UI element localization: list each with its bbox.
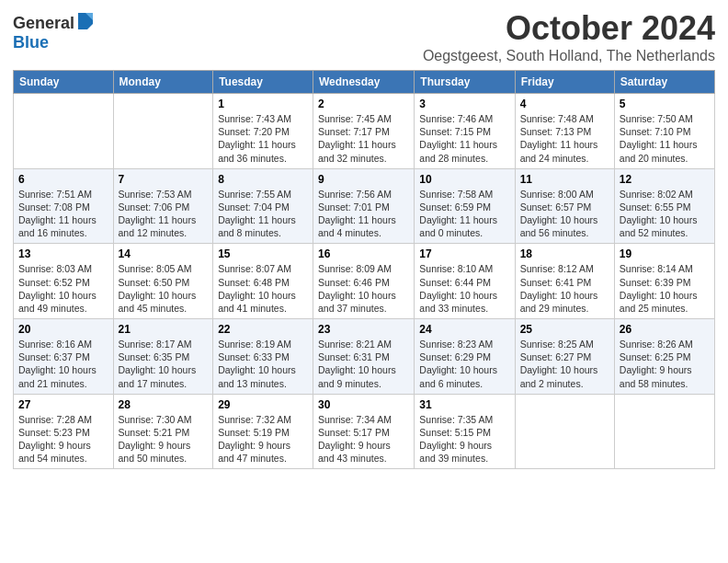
- calendar-cell: [113, 94, 213, 169]
- calendar-cell: 5Sunrise: 7:50 AM Sunset: 7:10 PM Daylig…: [614, 94, 714, 169]
- header-tuesday: Tuesday: [213, 71, 313, 94]
- day-detail: Sunrise: 8:12 AM Sunset: 6:41 PM Dayligh…: [520, 262, 609, 315]
- day-number: 19: [620, 247, 710, 260]
- calendar-cell: 21Sunrise: 8:17 AM Sunset: 6:35 PM Dayli…: [113, 319, 213, 395]
- calendar-cell: 15Sunrise: 8:07 AM Sunset: 6:48 PM Dayli…: [213, 244, 313, 319]
- header-wednesday: Wednesday: [313, 71, 415, 94]
- logo-general: General: [13, 14, 74, 33]
- day-number: 13: [18, 247, 108, 260]
- day-number: 26: [620, 323, 710, 336]
- day-number: 30: [318, 398, 409, 411]
- day-number: 7: [119, 173, 209, 186]
- day-detail: Sunrise: 7:48 AM Sunset: 7:13 PM Dayligh…: [520, 112, 609, 165]
- day-number: 11: [520, 173, 609, 186]
- header-friday: Friday: [515, 71, 614, 94]
- calendar-subtitle: Oegstgeest, South Holland, The Netherlan…: [423, 48, 715, 64]
- logo-blue: Blue: [13, 33, 49, 52]
- calendar-cell: 7Sunrise: 7:53 AM Sunset: 7:06 PM Daylig…: [113, 168, 213, 244]
- day-number: 1: [218, 98, 308, 110]
- page: General Blue October 2024 Oegstgeest, So…: [0, 0, 728, 478]
- day-detail: Sunrise: 7:53 AM Sunset: 7:06 PM Dayligh…: [119, 188, 209, 240]
- calendar-cell: 17Sunrise: 8:10 AM Sunset: 6:44 PM Dayli…: [415, 244, 515, 319]
- logo: General Blue: [13, 13, 93, 52]
- calendar-cell: 6Sunrise: 7:51 AM Sunset: 7:08 PM Daylig…: [14, 168, 114, 244]
- day-detail: Sunrise: 7:58 AM Sunset: 6:59 PM Dayligh…: [419, 188, 509, 240]
- calendar-cell: 25Sunrise: 8:25 AM Sunset: 6:27 PM Dayli…: [515, 319, 614, 395]
- day-number: 15: [218, 247, 308, 260]
- week-row-1: 1Sunrise: 7:43 AM Sunset: 7:20 PM Daylig…: [14, 94, 715, 169]
- day-detail: Sunrise: 8:26 AM Sunset: 6:25 PM Dayligh…: [620, 338, 710, 390]
- day-detail: Sunrise: 7:34 AM Sunset: 5:17 PM Dayligh…: [318, 413, 409, 465]
- calendar-cell: 1Sunrise: 7:43 AM Sunset: 7:20 PM Daylig…: [213, 94, 313, 169]
- day-number: 21: [119, 323, 209, 336]
- week-row-3: 13Sunrise: 8:03 AM Sunset: 6:52 PM Dayli…: [14, 244, 715, 319]
- day-detail: Sunrise: 7:55 AM Sunset: 7:04 PM Dayligh…: [218, 188, 308, 240]
- calendar-cell: [14, 94, 114, 169]
- day-detail: Sunrise: 8:02 AM Sunset: 6:55 PM Dayligh…: [620, 188, 710, 240]
- day-number: 6: [18, 173, 108, 186]
- day-detail: Sunrise: 7:51 AM Sunset: 7:08 PM Dayligh…: [18, 188, 108, 240]
- day-detail: Sunrise: 8:23 AM Sunset: 6:29 PM Dayligh…: [419, 338, 509, 390]
- calendar-cell: 18Sunrise: 8:12 AM Sunset: 6:41 PM Dayli…: [515, 244, 614, 319]
- calendar-cell: 12Sunrise: 8:02 AM Sunset: 6:55 PM Dayli…: [614, 168, 714, 244]
- calendar-table: Sunday Monday Tuesday Wednesday Thursday…: [13, 70, 715, 469]
- day-detail: Sunrise: 7:50 AM Sunset: 7:10 PM Dayligh…: [620, 112, 710, 165]
- day-detail: Sunrise: 7:35 AM Sunset: 5:15 PM Dayligh…: [419, 413, 509, 465]
- day-number: 17: [419, 247, 509, 260]
- calendar-cell: 27Sunrise: 7:28 AM Sunset: 5:23 PM Dayli…: [14, 394, 114, 469]
- calendar-cell: 23Sunrise: 8:21 AM Sunset: 6:31 PM Dayli…: [313, 319, 415, 395]
- day-number: 23: [318, 323, 409, 336]
- calendar-cell: 29Sunrise: 7:32 AM Sunset: 5:19 PM Dayli…: [213, 394, 313, 469]
- calendar-cell: 3Sunrise: 7:46 AM Sunset: 7:15 PM Daylig…: [415, 94, 515, 169]
- day-detail: Sunrise: 8:25 AM Sunset: 6:27 PM Dayligh…: [520, 338, 609, 390]
- day-detail: Sunrise: 7:30 AM Sunset: 5:21 PM Dayligh…: [119, 413, 209, 465]
- calendar-cell: 22Sunrise: 8:19 AM Sunset: 6:33 PM Dayli…: [213, 319, 313, 395]
- calendar-cell: [614, 394, 714, 469]
- day-detail: Sunrise: 7:46 AM Sunset: 7:15 PM Dayligh…: [419, 112, 509, 165]
- day-detail: Sunrise: 7:43 AM Sunset: 7:20 PM Dayligh…: [218, 112, 308, 165]
- day-detail: Sunrise: 8:14 AM Sunset: 6:39 PM Dayligh…: [620, 262, 710, 315]
- header-sunday: Sunday: [14, 71, 114, 94]
- calendar-cell: 2Sunrise: 7:45 AM Sunset: 7:17 PM Daylig…: [313, 94, 415, 169]
- day-number: 20: [18, 323, 108, 336]
- day-detail: Sunrise: 8:17 AM Sunset: 6:35 PM Dayligh…: [119, 338, 209, 390]
- week-row-5: 27Sunrise: 7:28 AM Sunset: 5:23 PM Dayli…: [14, 394, 715, 469]
- day-number: 9: [318, 173, 409, 186]
- calendar-cell: 4Sunrise: 7:48 AM Sunset: 7:13 PM Daylig…: [515, 94, 614, 169]
- header: General Blue October 2024 Oegstgeest, So…: [13, 9, 715, 64]
- day-number: 25: [520, 323, 609, 336]
- calendar-cell: 26Sunrise: 8:26 AM Sunset: 6:25 PM Dayli…: [614, 319, 714, 395]
- day-detail: Sunrise: 7:45 AM Sunset: 7:17 PM Dayligh…: [318, 112, 409, 165]
- day-number: 14: [119, 247, 209, 260]
- day-number: 24: [419, 323, 509, 336]
- day-detail: Sunrise: 8:03 AM Sunset: 6:52 PM Dayligh…: [18, 262, 108, 315]
- header-saturday: Saturday: [614, 71, 714, 94]
- calendar-cell: 14Sunrise: 8:05 AM Sunset: 6:50 PM Dayli…: [113, 244, 213, 319]
- weekday-header-row: Sunday Monday Tuesday Wednesday Thursday…: [14, 71, 715, 94]
- day-detail: Sunrise: 8:05 AM Sunset: 6:50 PM Dayligh…: [119, 262, 209, 315]
- day-number: 22: [218, 323, 308, 336]
- day-detail: Sunrise: 8:21 AM Sunset: 6:31 PM Dayligh…: [318, 338, 409, 390]
- calendar-cell: 9Sunrise: 7:56 AM Sunset: 7:01 PM Daylig…: [313, 168, 415, 244]
- calendar-cell: 10Sunrise: 7:58 AM Sunset: 6:59 PM Dayli…: [415, 168, 515, 244]
- day-detail: Sunrise: 8:00 AM Sunset: 6:57 PM Dayligh…: [520, 188, 609, 240]
- calendar-cell: 30Sunrise: 7:34 AM Sunset: 5:17 PM Dayli…: [313, 394, 415, 469]
- calendar-cell: 11Sunrise: 8:00 AM Sunset: 6:57 PM Dayli…: [515, 168, 614, 244]
- calendar-cell: 28Sunrise: 7:30 AM Sunset: 5:21 PM Dayli…: [113, 394, 213, 469]
- calendar-cell: 16Sunrise: 8:09 AM Sunset: 6:46 PM Dayli…: [313, 244, 415, 319]
- day-detail: Sunrise: 7:28 AM Sunset: 5:23 PM Dayligh…: [18, 413, 108, 465]
- day-number: 4: [520, 98, 609, 110]
- day-detail: Sunrise: 7:32 AM Sunset: 5:19 PM Dayligh…: [218, 413, 308, 465]
- day-detail: Sunrise: 8:10 AM Sunset: 6:44 PM Dayligh…: [419, 262, 509, 315]
- day-detail: Sunrise: 8:19 AM Sunset: 6:33 PM Dayligh…: [218, 338, 308, 390]
- calendar-cell: 13Sunrise: 8:03 AM Sunset: 6:52 PM Dayli…: [14, 244, 114, 319]
- day-number: 3: [419, 98, 509, 110]
- day-number: 5: [620, 98, 710, 110]
- day-number: 31: [419, 398, 509, 411]
- calendar-cell: 8Sunrise: 7:55 AM Sunset: 7:04 PM Daylig…: [213, 168, 313, 244]
- day-detail: Sunrise: 8:16 AM Sunset: 6:37 PM Dayligh…: [18, 338, 108, 390]
- calendar-cell: [515, 394, 614, 469]
- calendar-title: October 2024: [423, 9, 715, 48]
- day-number: 8: [218, 173, 308, 186]
- header-monday: Monday: [113, 71, 213, 94]
